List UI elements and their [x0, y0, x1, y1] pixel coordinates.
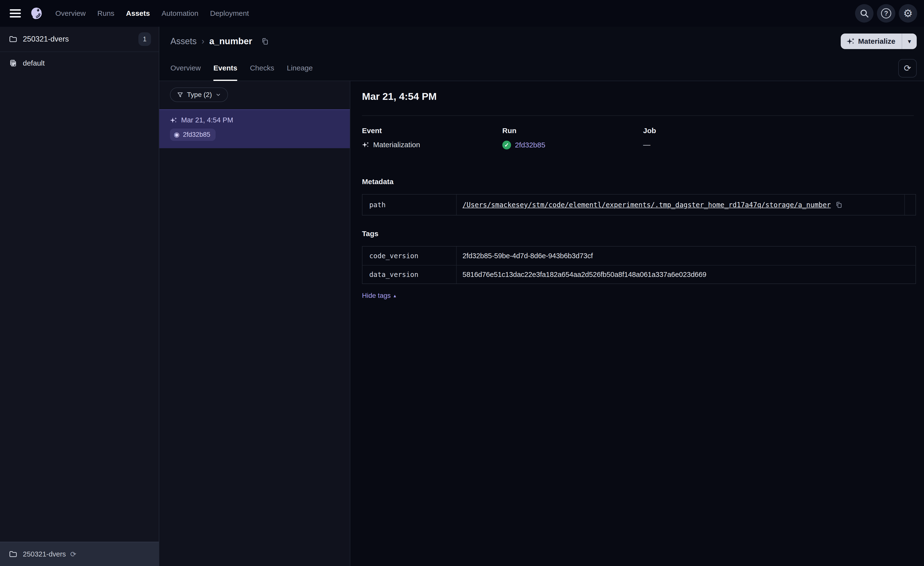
breadcrumb: Assets › a_number	[170, 36, 269, 47]
event-column-label: Event	[362, 126, 502, 135]
tag-value: 5816d76e51c13dac22e3fa182a654aa2d526fb50…	[462, 271, 706, 278]
refresh-icon: ⟳	[904, 63, 911, 73]
run-target-icon: ◉	[174, 131, 180, 138]
metadata-heading: Metadata	[362, 178, 914, 186]
tags-table: code_version 2fd32b85-59be-4d7d-8d6e-943…	[362, 246, 916, 284]
metadata-path-link[interactable]: /Users/smackesey/stm/code/elementl/exper…	[462, 201, 831, 209]
event-detail-panel: Mar 21, 4:54 PM Event	[350, 81, 924, 566]
tags-heading: Tags	[362, 230, 914, 238]
caret-up-icon: ▴	[393, 293, 396, 298]
sparkle-icon	[846, 37, 855, 45]
event-list-item-selected[interactable]: Mar 21, 4:54 PM ◉ 2fd32b85	[159, 109, 350, 148]
hamburger-menu-icon[interactable]	[10, 9, 21, 18]
sidebar-group-row[interactable]: 250321-dvers 1	[0, 27, 159, 52]
copy-asset-name-button[interactable]	[261, 38, 269, 45]
sidebar-footer-label: 250321-dvers	[23, 550, 66, 558]
events-list-panel: Type (2)	[159, 81, 350, 566]
help-icon: ?	[881, 8, 891, 18]
chevron-down-icon	[215, 92, 221, 98]
nav-item-assets[interactable]: Assets	[126, 9, 150, 18]
run-success-icon: ✓	[502, 141, 511, 149]
refresh-events-button[interactable]: ⟳	[898, 59, 917, 77]
tag-key: code_version	[363, 247, 457, 265]
run-id-link[interactable]: 2fd32b85	[515, 141, 545, 149]
event-item-run-badge[interactable]: ◉ 2fd32b85	[170, 128, 216, 141]
search-icon	[860, 9, 869, 18]
hide-tags-link[interactable]: Hide tags ▴	[362, 292, 396, 300]
materialization-sparkle-icon	[170, 117, 177, 124]
gear-icon: ⚙	[903, 8, 913, 19]
sidebar-footer[interactable]: 250321-dvers ⟳	[0, 542, 159, 566]
sidebar-item-label: default	[23, 59, 45, 67]
tag-key: data_version	[363, 265, 457, 283]
sidebar-item-default[interactable]: default	[0, 52, 159, 74]
materialize-split-button[interactable]: Materialize ▾	[841, 33, 917, 49]
run-badge-label: 2fd32b85	[183, 131, 210, 138]
event-summary-grid: Event Materialization	[362, 126, 914, 149]
top-nav: Overview Runs Assets Automation Deployme…	[0, 0, 924, 27]
materialize-dropdown-button[interactable]: ▾	[902, 33, 917, 49]
type-filter-button[interactable]: Type (2)	[170, 87, 228, 102]
dagster-logo-icon[interactable]	[29, 6, 44, 21]
asset-count-badge: 1	[138, 32, 151, 46]
tab-lineage[interactable]: Lineage	[287, 56, 313, 81]
job-column-label: Job	[643, 126, 914, 135]
tag-row-code-version: code_version 2fd32b85-59be-4d7d-8d6e-943…	[363, 247, 915, 265]
page-title: a_number	[209, 36, 252, 47]
copy-icon	[835, 201, 842, 208]
metadata-key: path	[363, 194, 457, 215]
tab-overview[interactable]: Overview	[170, 56, 201, 81]
search-button[interactable]	[855, 4, 873, 23]
asset-header: Assets › a_number	[159, 27, 924, 56]
filter-funnel-icon	[177, 91, 183, 98]
settings-button[interactable]: ⚙	[899, 4, 917, 23]
materialize-button-label: Materialize	[858, 37, 896, 45]
nav-item-runs[interactable]: Runs	[98, 9, 114, 18]
type-filter-label: Type (2)	[187, 91, 212, 99]
event-item-timestamp: Mar 21, 4:54 PM	[181, 116, 233, 124]
event-type-value: Materialization	[373, 141, 420, 149]
job-value: —	[643, 141, 650, 149]
tab-events[interactable]: Events	[213, 56, 237, 81]
metadata-table: path /Users/smackesey/stm/code/elementl/…	[362, 194, 916, 215]
reload-workspace-icon[interactable]: ⟳	[70, 550, 76, 558]
asset-tabs: Overview Events Checks Lineage ⟳	[159, 56, 924, 81]
run-column-label: Run	[502, 126, 643, 135]
check-icon: ✓	[504, 142, 509, 148]
tag-row-data-version: data_version 5816d76e51c13dac22e3fa182a6…	[363, 265, 915, 283]
materialization-sparkle-icon	[362, 141, 369, 148]
app-root: Overview Runs Assets Automation Deployme…	[0, 0, 924, 566]
sidebar-group-label: 250321-dvers	[23, 35, 69, 44]
primary-nav: Overview Runs Assets Automation Deployme…	[56, 9, 249, 18]
tag-value: 2fd32b85-59be-4d7d-8d6e-943b6b3d73cf	[462, 252, 593, 260]
metadata-row-path: path /Users/smackesey/stm/code/elementl/…	[363, 194, 915, 215]
help-button[interactable]: ?	[877, 4, 896, 23]
tab-checks[interactable]: Checks	[250, 56, 274, 81]
asset-sidebar: 250321-dvers 1 default	[0, 27, 159, 566]
materialize-button[interactable]: Materialize	[841, 33, 902, 49]
nav-item-automation[interactable]: Automation	[162, 9, 198, 18]
nav-item-overview[interactable]: Overview	[56, 9, 86, 18]
breadcrumb-assets-link[interactable]: Assets	[170, 36, 196, 47]
chevron-right-icon: ›	[201, 36, 204, 47]
caret-down-icon: ▾	[908, 38, 911, 45]
folder-icon	[9, 550, 18, 558]
folder-icon	[9, 35, 18, 44]
copy-path-button[interactable]	[835, 201, 842, 208]
nav-item-deployment[interactable]: Deployment	[210, 9, 249, 18]
hide-tags-label: Hide tags	[362, 292, 391, 300]
asset-group-icon	[9, 59, 18, 68]
copy-icon	[261, 38, 269, 45]
event-detail-title: Mar 21, 4:54 PM	[362, 91, 914, 102]
